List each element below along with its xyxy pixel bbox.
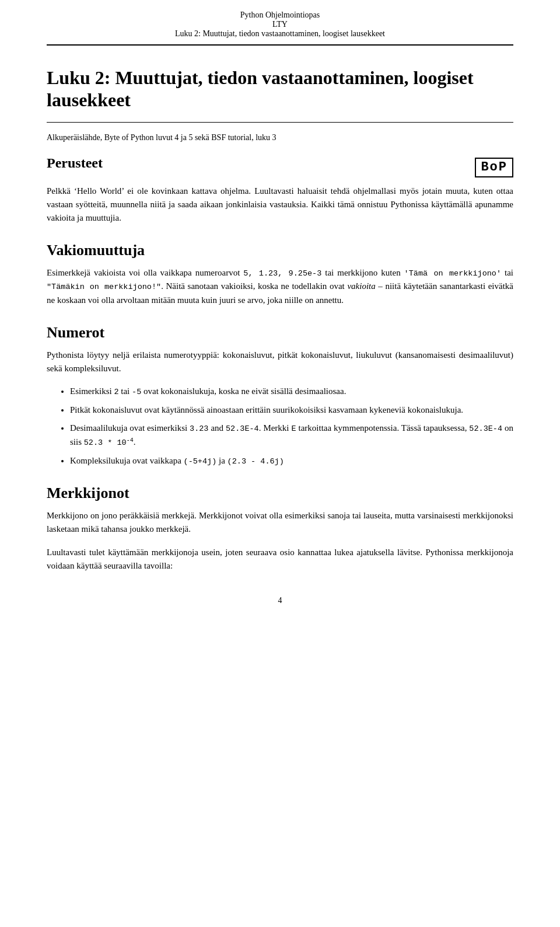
- bullet-item-3: Desimaalilukuja ovat esimerkiksi 3.23 an…: [70, 421, 513, 449]
- bullet3-sup: -4: [127, 437, 134, 444]
- bullet3-text4: tarkoittaa kymmenpotenssia. Tässä tapauk…: [296, 423, 470, 433]
- numerot-paragraph1: Pythonista löytyy neljä erilaista numero…: [47, 349, 513, 376]
- bullet3-code5: 52.3 * 10-4: [84, 438, 134, 447]
- numerot-bullet-list: Esimerkiksi 2 tai -5 ovat kokonaislukuja…: [70, 385, 513, 468]
- merkkijonot-heading: Merkkijonot: [47, 485, 513, 502]
- chapter-title: Luku 2: Muuttujat, tiedon vastaanottamin…: [47, 67, 513, 111]
- bullet3-text3: . Merkki: [259, 423, 292, 433]
- vakiomuuttuja-paragraph: Esimerkkejä vakioista voi olla vaikkapa …: [47, 266, 513, 308]
- chapter-separator: [47, 122, 513, 123]
- bullet-item-1: Esimerkiksi 2 tai -5 ovat kokonaislukuja…: [70, 385, 513, 399]
- vakiomuuttuja-code3: "Tämäkin on merkkijono!": [47, 283, 161, 291]
- vakiomuuttuja-heading: Vakiomuuttuja: [47, 242, 513, 259]
- merkkijonot-paragraph1: Merkkijono on jono peräkkäisiä merkkejä.…: [47, 509, 513, 536]
- merkkijonot-paragraph2: Luultavasti tulet käyttämään merkkijonoj…: [47, 546, 513, 573]
- bullet3-code2: 52.3E-4: [226, 424, 259, 433]
- bullet3-text1: Desimaalilukuja ovat esimerkiksi: [70, 423, 190, 433]
- bullet-item-2: Pitkät kokonaisluvut ovat käytännössä ai…: [70, 403, 513, 417]
- bullet1-code2: -5: [132, 388, 141, 396]
- perusteet-heading: Perusteet: [47, 155, 103, 171]
- bullet2-text: Pitkät kokonaisluvut ovat käytännössä ai…: [70, 405, 463, 414]
- vakiomuuttuja-text4: . Näitä sanotaan vakioiksi, koska ne tod…: [161, 281, 347, 291]
- bop-badge: BoP: [475, 158, 513, 177]
- bullet3-text2: and: [208, 423, 226, 433]
- bullet4-code2: (2.3 - 4.6j): [228, 457, 284, 466]
- bullet4-text1: Kompleksilukuja ovat vaikkapa: [70, 456, 184, 465]
- page-header: Python Ohjelmointiopas LTY Luku 2: Muutt…: [47, 0, 513, 46]
- page-container: Python Ohjelmointiopas LTY Luku 2: Muutt…: [0, 0, 560, 927]
- vakiomuuttuja-text2: tai merkkijono kuten: [321, 268, 404, 277]
- bullet1-text3: ovat kokonaislukuja, koska ne eivät sisä…: [141, 386, 346, 396]
- bullet1-text2: tai: [119, 386, 132, 396]
- numerot-heading: Numerot: [47, 324, 513, 341]
- bullet3-code3: E: [291, 424, 296, 433]
- bullet3-text6: .: [134, 437, 136, 447]
- bullet3-code4: 52.3E-4: [469, 424, 502, 433]
- bullet4-code1: (-5+4j): [184, 457, 217, 466]
- header-line1: Python Ohjelmointiopas: [47, 11, 513, 20]
- vakiomuuttuja-text3: tai: [501, 268, 513, 277]
- vakiomuuttuja-code2: 'Tämä on merkkijono': [404, 269, 501, 278]
- perusteet-heading-row: Perusteet BoP: [47, 155, 513, 177]
- source-line: Alkuperäislähde, Byte of Python luvut 4 …: [47, 133, 513, 142]
- bullet1-text1: Esimerkiksi: [70, 386, 114, 396]
- bullet4-text2: ja: [216, 456, 227, 465]
- header-line3: Luku 2: Muuttujat, tiedon vastaanottamin…: [47, 29, 513, 39]
- perusteet-intro: Pelkkä ‘Hello World’ ei ole kovinkaan ka…: [47, 184, 513, 225]
- bullet-item-4: Kompleksilukuja ovat vaikkapa (-5+4j) ja…: [70, 454, 513, 468]
- header-line2: LTY: [47, 20, 513, 29]
- page-number: 4: [47, 596, 513, 605]
- vakiomuuttuja-italic: vakioita: [347, 281, 375, 291]
- vakiomuuttuja-code1: 5, 1.23, 9.25e-3: [243, 269, 321, 278]
- bullet3-code1: 3.23: [190, 424, 208, 433]
- bullet1-code1: 2: [114, 388, 118, 396]
- vakiomuuttuja-text1: Esimerkkejä vakioista voi olla vaikkapa …: [47, 268, 243, 277]
